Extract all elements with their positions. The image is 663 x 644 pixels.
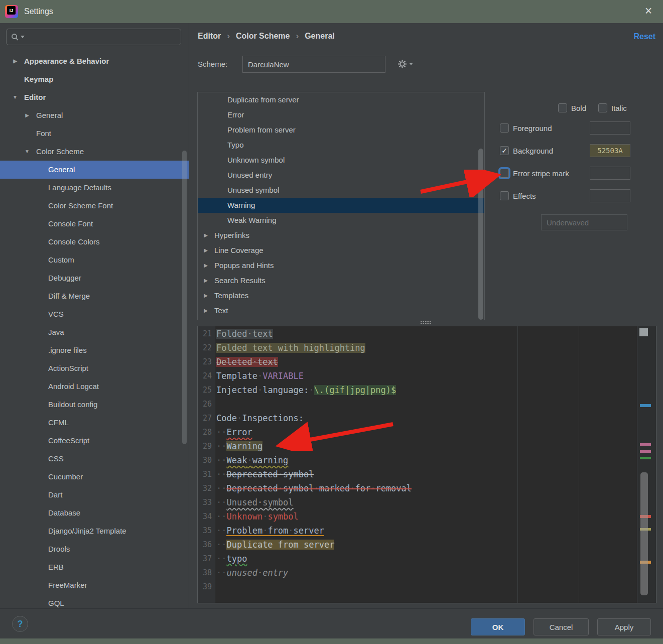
code-line-37[interactable]: 37··typo <box>198 552 637 566</box>
code-line-27[interactable]: 27Code·Inspections: <box>198 411 637 425</box>
code-line-26[interactable]: 26 <box>198 397 637 411</box>
sidebar-item-general[interactable]: ▶General <box>0 106 189 124</box>
code-line-34[interactable]: 34··Unknown·symbol <box>198 509 637 524</box>
sidebar-item-ignore-files[interactable]: .ignore files <box>0 341 189 359</box>
sidebar-item-color-scheme-font[interactable]: Color Scheme Font <box>0 197 189 215</box>
background-checkbox[interactable]: ✓ <box>500 146 509 155</box>
breadcrumb-color-scheme[interactable]: Color Scheme <box>236 32 290 41</box>
scheme-option-warning[interactable]: Warning <box>198 198 484 213</box>
code-line-25[interactable]: 25Injected·language:·\.(gif|jpg|png)$ <box>198 383 637 397</box>
code-line-38[interactable]: 38··unused·entry <box>198 566 637 580</box>
scheme-option-unused-symbol[interactable]: Unused symbol <box>198 183 484 198</box>
chevron-right-icon[interactable]: ▶ <box>23 106 31 124</box>
code-line-36[interactable]: 36··Duplicate from server <box>198 538 637 552</box>
apply-button[interactable]: Apply <box>597 618 651 635</box>
code-line-29[interactable]: 29··Warning <box>198 439 637 453</box>
breadcrumb-editor[interactable]: Editor <box>198 32 221 41</box>
sidebar-item-custom[interactable]: Custom <box>0 251 189 269</box>
sidebar-item-django-jinja2-template[interactable]: Django/Jinja2 Template <box>0 522 189 540</box>
sidebar-item-console-colors[interactable]: Console Colors <box>0 233 189 251</box>
sidebar-item-cucumber[interactable]: Cucumber <box>0 468 189 486</box>
ok-button[interactable]: OK <box>471 618 525 635</box>
scheme-option-weak-warning[interactable]: Weak Warning <box>198 213 484 228</box>
search-history-chevron-icon[interactable] <box>21 36 25 38</box>
code-line-30[interactable]: 30··Weak·warning <box>198 453 637 467</box>
search-input[interactable] <box>6 29 181 45</box>
code-line-32[interactable]: 32··Deprecated·symbol·marked·for·removal <box>198 481 637 495</box>
scheme-select[interactable]: DarculaNew ▼ <box>242 56 385 73</box>
code-line-35[interactable]: 35··Problem·from·server <box>198 524 637 538</box>
sidebar-item-erb[interactable]: ERB <box>0 558 189 576</box>
code-line-39[interactable]: 39 <box>198 580 637 594</box>
sidebar-item-color-scheme[interactable]: ▼Color Scheme <box>0 143 189 161</box>
sidebar-item-drools[interactable]: Drools <box>0 540 189 558</box>
reset-link[interactable]: Reset <box>633 32 655 41</box>
scheme-option-problem-from-server[interactable]: Problem from server <box>198 122 484 138</box>
code-line-23[interactable]: 23Deleted·text <box>198 355 637 369</box>
chevron-right-icon[interactable]: ▶ <box>202 243 210 258</box>
scheme-option-typo[interactable]: Typo <box>198 138 484 153</box>
chevron-down-icon[interactable]: ▼ <box>11 88 19 106</box>
code-line-24[interactable]: 24Template·VARIABLE <box>198 369 637 383</box>
scheme-option-line-coverage[interactable]: ▶Line Coverage <box>198 243 484 258</box>
background-color-swatch[interactable]: 52503A <box>590 144 630 157</box>
scheme-option-hyperlinks[interactable]: ▶Hyperlinks <box>198 228 484 243</box>
code-line-33[interactable]: 33··Unused·symbol <box>198 495 637 509</box>
editor-scrollbar[interactable] <box>640 472 648 595</box>
cancel-button[interactable]: Cancel <box>534 618 589 635</box>
sidebar-item-general[interactable]: General <box>0 161 189 179</box>
bold-checkbox[interactable] <box>558 103 567 112</box>
sidebar-scrollbar[interactable] <box>182 151 187 444</box>
sidebar-item-gql[interactable]: GQL <box>0 594 189 607</box>
preview-editor[interactable]: 21Folded·text22Folded text with highligh… <box>197 326 656 603</box>
sidebar-item-dart[interactable]: Dart <box>0 486 189 504</box>
sidebar-item-android-logcat[interactable]: Android Logcat <box>0 377 189 396</box>
sidebar-item-cfml[interactable]: CFML <box>0 414 189 432</box>
close-icon[interactable]: × <box>641 3 656 18</box>
sidebar-item-console-font[interactable]: Console Font <box>0 215 189 233</box>
chevron-right-icon[interactable]: ▶ <box>202 258 210 273</box>
sidebar-item-java[interactable]: Java <box>0 323 189 341</box>
sidebar-item-coffeescript[interactable]: CoffeeScript <box>0 432 189 450</box>
sidebar-item-font[interactable]: Font <box>0 124 189 143</box>
chevron-right-icon[interactable]: ▶ <box>202 303 210 318</box>
scheme-option-error[interactable]: Error <box>198 107 484 122</box>
foreground-checkbox[interactable] <box>500 123 509 133</box>
sidebar-item-vcs[interactable]: VCS <box>0 305 189 323</box>
error-stripe-column[interactable] <box>637 326 656 603</box>
sidebar-item-language-defaults[interactable]: Language Defaults <box>0 179 189 197</box>
chevron-right-icon[interactable]: ▶ <box>202 273 210 288</box>
options-list-scrollbar[interactable] <box>478 149 483 320</box>
stripe-mark-pink[interactable] <box>640 443 651 446</box>
stripe-mark-blue[interactable] <box>640 404 651 407</box>
code-line-21[interactable]: 21Folded·text <box>198 327 637 341</box>
chevron-right-icon[interactable]: ▶ <box>202 288 210 303</box>
stripe-mark-pink[interactable] <box>640 450 651 453</box>
sidebar-item-diff-merge[interactable]: Diff & Merge <box>0 287 189 305</box>
scheme-option-text[interactable]: ▶Text <box>198 303 484 318</box>
scheme-option-search-results[interactable]: ▶Search Results <box>198 273 484 288</box>
sidebar-item-actionscript[interactable]: ActionScript <box>0 359 189 377</box>
chevron-down-icon[interactable]: ▼ <box>23 143 31 161</box>
effects-checkbox[interactable] <box>500 191 509 200</box>
code-line-22[interactable]: 22Folded text with highlighting <box>198 341 637 355</box>
sidebar-item-appearance-behavior[interactable]: ▶Appearance & Behavior <box>0 52 189 70</box>
scheme-options-gear[interactable] <box>397 59 413 69</box>
splitter-grip-icon[interactable] <box>420 321 431 325</box>
scheme-option-duplicate-from-server[interactable]: Duplicate from server <box>198 92 484 107</box>
scheme-option-templates[interactable]: ▶Templates <box>198 288 484 303</box>
stripe-mark-green[interactable] <box>640 457 651 459</box>
italic-checkbox[interactable] <box>598 103 607 112</box>
sidebar-item-buildout-config[interactable]: Buildout config <box>0 396 189 414</box>
chevron-right-icon[interactable]: ▶ <box>202 228 210 243</box>
sidebar-item-database[interactable]: Database <box>0 504 189 522</box>
error-stripe-mark-checkbox[interactable] <box>500 169 509 178</box>
scheme-option-popups-and-hints[interactable]: ▶Popups and Hints <box>198 258 484 273</box>
scheme-option-unused-entry[interactable]: Unused entry <box>198 168 484 183</box>
sidebar-item-keymap[interactable]: Keymap <box>0 70 189 88</box>
inspections-status-icon[interactable] <box>639 328 648 336</box>
help-button[interactable]: ? <box>12 616 28 632</box>
sidebar-item-editor[interactable]: ▼Editor <box>0 88 189 106</box>
sidebar-item-css[interactable]: CSS <box>0 450 189 468</box>
code-line-28[interactable]: 28··Error <box>198 425 637 439</box>
